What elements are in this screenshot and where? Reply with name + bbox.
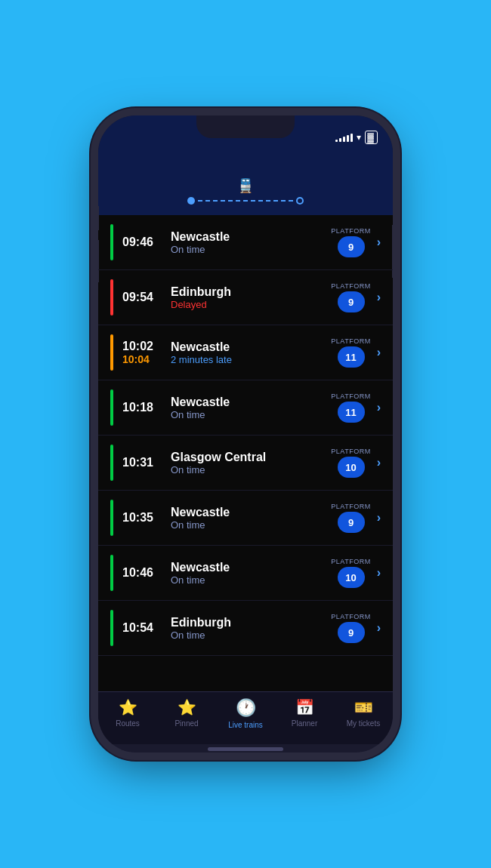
route-bar: 🚆 — [98, 171, 393, 215]
bottom-nav: ⭐ Routes ⭐ Pinned 🕐 Live trains 📅 Planne… — [98, 691, 393, 744]
train-status: On time — [171, 629, 331, 641]
nav-label-pinned: Pinned — [174, 719, 198, 728]
nav-item-pinned[interactable]: ⭐ Pinned — [157, 698, 216, 729]
train-time: 10:02 — [122, 340, 162, 353]
nav-item-planner[interactable]: 📅 Planner — [275, 698, 334, 729]
platform-label: PLATFORM — [331, 448, 370, 455]
platform-number: 9 — [338, 622, 365, 643]
signal-icon — [335, 133, 353, 142]
time-block: 10:54 — [122, 621, 162, 635]
platform-block: PLATFORM 10 — [331, 558, 370, 588]
train-destination: Edinburgh — [171, 285, 331, 299]
chevron-right-icon: › — [377, 346, 381, 359]
train-item[interactable]: 10:31 Glasgow Central On time PLATFORM 1… — [98, 436, 393, 491]
platform-block: PLATFORM 9 — [331, 613, 370, 643]
train-time: 10:35 — [122, 511, 162, 525]
train-time: 09:54 — [122, 291, 162, 304]
nav-item-live[interactable]: 🕐 Live trains — [216, 698, 275, 729]
nav-icon-pinned: ⭐ — [178, 698, 196, 716]
time-block: 10:31 — [122, 456, 162, 469]
platform-label: PLATFORM — [331, 392, 370, 400]
train-icon: 🚆 — [237, 177, 254, 194]
home-indicator — [208, 747, 283, 751]
chevron-right-icon: › — [377, 456, 381, 469]
chevron-right-icon: › — [377, 291, 381, 304]
train-info: Newcastle On time — [171, 396, 331, 420]
status-stripe — [110, 445, 113, 481]
chevron-right-icon: › — [377, 511, 381, 525]
platform-number: 9 — [338, 512, 365, 533]
nav-label-tickets: My tickets — [347, 719, 380, 728]
platform-number: 10 — [338, 457, 365, 478]
train-destination: Newcastle — [171, 506, 331, 519]
nav-icon-tickets: 🎫 — [354, 698, 373, 716]
train-status: On time — [171, 244, 331, 255]
chevron-right-icon: › — [377, 566, 381, 580]
platform-label: PLATFORM — [331, 227, 370, 235]
platform-block: PLATFORM 11 — [331, 337, 370, 368]
chevron-right-icon: › — [377, 621, 381, 635]
platform-label: PLATFORM — [331, 613, 370, 620]
train-info: Newcastle On time — [171, 230, 331, 255]
train-status: On time — [171, 409, 331, 420]
status-stripe — [110, 555, 113, 591]
status-stripe — [110, 279, 113, 315]
status-stripe — [110, 610, 113, 646]
train-time: 10:31 — [122, 456, 162, 469]
route-dashes — [198, 200, 292, 202]
train-item[interactable]: 10:02 10:04 Newcastle 2 minutes late PLA… — [98, 325, 393, 380]
route-end-dot — [296, 197, 304, 205]
train-time: 10:18 — [122, 401, 162, 414]
train-status: On time — [171, 519, 331, 531]
train-item[interactable]: 10:18 Newcastle On time PLATFORM 11 › — [98, 380, 393, 436]
chevron-right-icon: › — [377, 235, 381, 249]
train-info: Newcastle On time — [171, 561, 331, 586]
platform-number: 10 — [338, 567, 365, 588]
nav-label-live: Live trains — [228, 721, 263, 729]
platform-block: PLATFORM 9 — [331, 227, 370, 257]
train-info: Glasgow Central On time — [171, 451, 331, 476]
status-stripe — [110, 224, 113, 260]
platform-number: 9 — [338, 291, 365, 312]
nav-item-routes[interactable]: ⭐ Routes — [98, 698, 157, 729]
train-destination: Newcastle — [171, 396, 331, 409]
train-destination: Newcastle — [171, 561, 331, 574]
platform-number: 9 — [338, 236, 365, 257]
platform-label: PLATFORM — [331, 337, 370, 345]
time-block: 09:54 — [122, 291, 162, 304]
train-item[interactable]: 09:46 Newcastle On time PLATFORM 9 › — [98, 215, 393, 270]
platform-number: 11 — [338, 402, 365, 423]
nav-item-tickets[interactable]: 🎫 My tickets — [334, 698, 393, 729]
train-destination: Newcastle — [171, 230, 331, 244]
train-destination: Glasgow Central — [171, 451, 331, 464]
platform-label: PLATFORM — [331, 558, 370, 565]
train-status: On time — [171, 464, 331, 476]
time-block: 10:35 — [122, 511, 162, 525]
train-item[interactable]: 10:46 Newcastle On time PLATFORM 10 › — [98, 546, 393, 601]
platform-block: PLATFORM 9 — [331, 503, 370, 533]
train-time: 10:54 — [122, 621, 162, 635]
status-stripe — [110, 334, 113, 371]
time-block: 10:18 — [122, 401, 162, 414]
header — [98, 149, 393, 171]
nav-icon-live: 🕐 — [236, 698, 256, 718]
platform-block: PLATFORM 10 — [331, 448, 370, 478]
train-item[interactable]: 10:35 Newcastle On time PLATFORM 9 › — [98, 491, 393, 546]
nav-label-planner: Planner — [292, 719, 317, 728]
train-info: Edinburgh On time — [171, 616, 331, 641]
train-destination: Newcastle — [171, 340, 331, 354]
wifi-icon: ▾ — [357, 132, 361, 143]
train-info: Newcastle On time — [171, 506, 331, 531]
time-block: 10:46 — [122, 566, 162, 580]
chevron-right-icon: › — [377, 401, 381, 414]
nav-label-routes: Routes — [116, 719, 140, 728]
route-start-dot — [187, 197, 195, 205]
train-item[interactable]: 09:54 Edinburgh Delayed PLATFORM 9 › — [98, 270, 393, 325]
battery-icon: ▓ — [365, 131, 378, 144]
time-block: 09:46 — [122, 235, 162, 249]
train-info: Edinburgh Delayed — [171, 285, 331, 310]
train-destination: Edinburgh — [171, 616, 331, 629]
train-item[interactable]: 10:54 Edinburgh On time PLATFORM 9 › — [98, 601, 393, 656]
nav-icon-planner: 📅 — [295, 698, 314, 716]
train-status: On time — [171, 574, 331, 586]
